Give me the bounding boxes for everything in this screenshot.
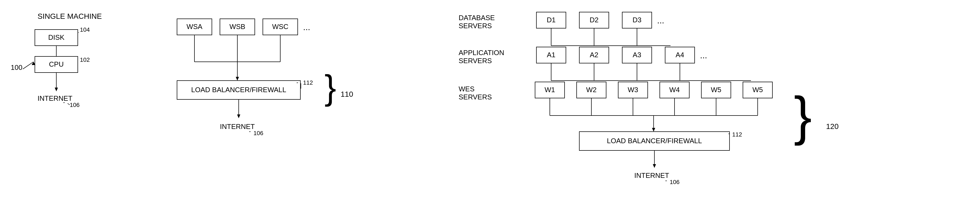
svg-marker-59 [653,164,656,168]
wsa-label: WSA [186,22,202,30]
label-110: 110 [340,90,353,98]
d3-label: D3 [632,16,641,24]
svg-marker-23 [237,115,240,118]
ref-102: 102 [80,56,90,63]
label-120: 120 [826,122,838,131]
svg-line-0 [23,62,33,69]
middle-dots: ... [303,22,310,32]
w1-label: W1 [545,86,555,94]
ref-106-middle: 106 [253,130,263,136]
svg-marker-55 [652,128,655,132]
disk-label: DISK [48,33,65,42]
bracket-110: } [325,68,336,107]
bracket-120: } [794,86,812,145]
svg-marker-18 [236,77,239,81]
app-servers-label-1: APPLICATION [459,49,504,57]
lb-label-middle: LOAD BALANCER/FIREWALL [191,86,286,94]
w3-label: W3 [628,86,638,94]
svg-line-8 [68,104,70,105]
a2-label: A2 [590,51,598,59]
app-dots: ... [700,51,707,60]
lb-label-right: LOAD BALANCER/FIREWALL [607,137,702,145]
w5b-label: W5 [752,86,763,94]
w4-label: W4 [670,86,680,94]
left-diagram: SINGLE MACHINE 100 DISK 104 CPU 102 INTE… [8,8,156,191]
wsb-label: WSB [229,22,245,30]
svg-text:-: - [665,177,667,184]
svg-text:-: - [296,79,298,86]
svg-marker-7 [55,88,58,91]
w2-label: W2 [586,86,597,94]
w5a-label: W5 [711,86,721,94]
svg-text:-: - [728,130,730,137]
label-100: 100 [11,64,22,72]
app-servers-label-2: SERVERS [459,57,492,65]
ref-112-right: 112 [732,131,742,138]
db-dots: ... [657,16,664,25]
wes-servers-label-1: WES [459,85,474,93]
d2-label: D2 [590,16,598,24]
svg-text:-: - [63,99,65,105]
middle-diagram: WSA WSB WSC ... LOAD BALANCER/FIREWALL 1… [161,8,402,191]
single-machine-title: SINGLE MACHINE [38,12,102,21]
db-servers-label-2: SERVERS [459,22,492,30]
ref-106-right: 106 [670,179,679,185]
a3-label: A3 [633,51,641,59]
right-diagram: DATABASE SERVERS D1 D2 D3 ... APPLICATIO… [456,5,966,193]
internet-label-right: INTERNET [634,171,669,179]
svg-line-3 [78,32,79,33]
svg-text:-: - [249,128,251,134]
ref-104: 104 [80,26,90,33]
db-servers-label-1: DATABASE [459,14,495,22]
a4-label: A4 [676,51,684,59]
cpu-label: CPU [49,60,64,68]
d1-label: D1 [547,16,555,24]
wes-servers-label-2: SERVERS [459,93,492,101]
wsc-label: WSC [272,22,289,30]
ref-106-left: 106 [70,102,80,108]
ref-112-middle: 112 [303,79,313,86]
a1-label: A1 [547,51,555,59]
internet-label-left: INTERNET [38,94,72,102]
